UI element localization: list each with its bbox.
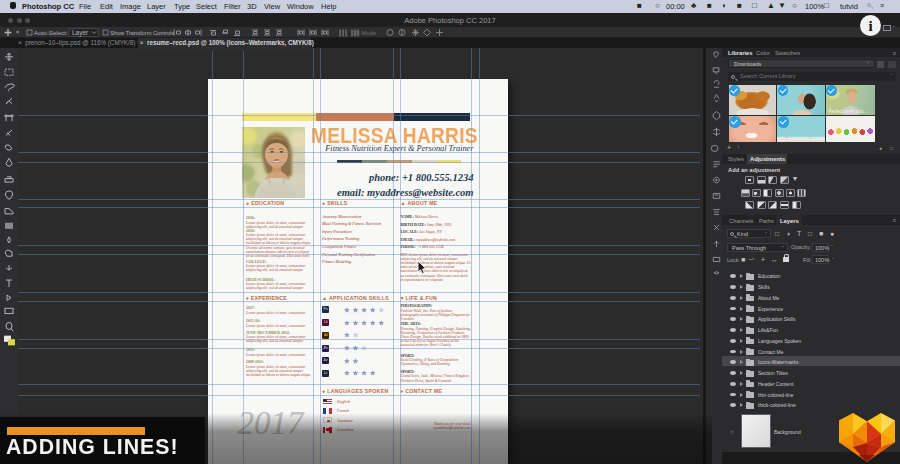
svg-text:Show Transform Controls: Show Transform Controls bbox=[110, 30, 174, 36]
svg-text:3D Mode: 3D Mode bbox=[352, 30, 377, 36]
svg-text:Auto-Select:: Auto-Select: bbox=[34, 29, 68, 36]
svg-text:Layer: Layer bbox=[72, 29, 89, 37]
